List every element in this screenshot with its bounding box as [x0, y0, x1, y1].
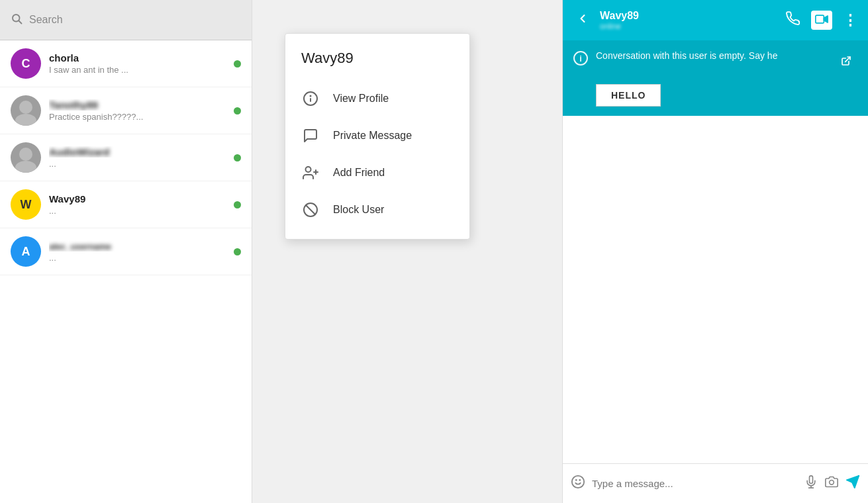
- contact-preview-wavy89: ...: [49, 206, 226, 216]
- external-link-icon[interactable]: [835, 50, 857, 72]
- online-indicator-audiowizard: [234, 154, 241, 161]
- svg-point-3: [15, 114, 36, 126]
- chat-user-info: Wavy89 online: [600, 10, 778, 31]
- phone-icon[interactable]: [786, 11, 800, 29]
- contact-item-alec[interactable]: A alec_username ...: [0, 228, 252, 275]
- microphone-icon[interactable]: [804, 475, 818, 493]
- chat-messages: [563, 116, 868, 463]
- contact-list: C chorla I saw an ant in the ... Tanothy…: [0, 40, 252, 503]
- contact-preview-audiowizard: ...: [49, 159, 226, 169]
- context-menu-view-profile[interactable]: View Profile: [285, 80, 469, 117]
- video-call-icon[interactable]: [811, 11, 832, 30]
- emoji-icon[interactable]: [571, 475, 585, 493]
- contact-info-tanothy89: Tanothy89 Practice spanish?????...: [49, 99, 226, 122]
- svg-point-22: [830, 480, 834, 484]
- svg-point-9: [306, 167, 311, 172]
- message-input[interactable]: [592, 478, 798, 489]
- add-friend-icon: [301, 163, 320, 182]
- contact-item-audiowizard[interactable]: AudioWizard ...: [0, 134, 252, 181]
- more-options-icon[interactable]: ⋮: [843, 12, 857, 29]
- svg-line-16: [845, 57, 850, 62]
- message-icon: [301, 126, 320, 145]
- avatar-alec: A: [11, 236, 41, 267]
- chat-panel: Wavy89 online ⋮ i: [562, 0, 868, 503]
- search-label: Search: [29, 14, 63, 26]
- contact-info-chorla: chorla I saw an ant in the ...: [49, 52, 226, 75]
- context-menu-add-friend[interactable]: Add Friend: [285, 154, 469, 191]
- search-icon: [11, 13, 23, 28]
- contact-info-wavy89: Wavy89 ...: [49, 193, 226, 216]
- avatar-wavy89: W: [11, 189, 41, 220]
- contact-item-wavy89[interactable]: W Wavy89 ...: [0, 181, 252, 228]
- contact-item-chorla[interactable]: C chorla I saw an ant in the ...: [0, 40, 252, 87]
- online-indicator-tanothy89: [234, 107, 241, 114]
- hello-button[interactable]: HELLO: [596, 84, 661, 107]
- context-menu: Wavy89 View Profile Private Message: [285, 33, 470, 240]
- context-menu-block-user[interactable]: Block User: [285, 191, 469, 228]
- online-indicator-wavy89: [234, 201, 241, 208]
- chat-header: Wavy89 online ⋮: [563, 0, 868, 40]
- contact-name-alec: alec_username: [49, 240, 226, 252]
- contact-preview-tanothy89: Practice spanish?????...: [49, 112, 226, 122]
- online-indicator-alec: [234, 248, 241, 255]
- contact-item-tanothy89[interactable]: Tanothy89 Practice spanish?????...: [0, 87, 252, 134]
- contact-name-chorla: chorla: [49, 52, 226, 64]
- svg-line-1: [19, 21, 22, 23]
- info-icon: [301, 89, 320, 108]
- search-bar[interactable]: Search: [0, 0, 252, 40]
- context-menu-title: Wavy89: [285, 44, 469, 80]
- contact-name-wavy89: Wavy89: [49, 193, 226, 205]
- chat-input-bar: [563, 463, 868, 503]
- camera-icon[interactable]: [824, 475, 839, 492]
- block-icon: [301, 201, 320, 219]
- chat-status: online: [600, 22, 778, 31]
- svg-point-2: [19, 101, 32, 114]
- avatar-tanothy89: [11, 95, 41, 126]
- online-indicator-chorla: [234, 60, 241, 68]
- svg-marker-15: [824, 16, 828, 23]
- svg-point-4: [19, 148, 32, 161]
- chat-username: Wavy89: [600, 10, 778, 22]
- notification-info-icon: i: [573, 51, 588, 66]
- svg-point-0: [13, 15, 20, 22]
- context-menu-overlay: Wavy89 View Profile Private Message: [285, 33, 470, 240]
- view-profile-label: View Profile: [333, 93, 389, 105]
- block-user-label: Block User: [333, 204, 384, 216]
- chat-notification-banner: i Conversation with this user is empty. …: [563, 40, 868, 116]
- send-icon[interactable]: [845, 475, 860, 493]
- add-friend-label: Add Friend: [333, 167, 385, 179]
- contact-preview-chorla: I saw an ant in the ...: [49, 65, 226, 75]
- svg-point-5: [15, 161, 36, 173]
- avatar-chorla: C: [11, 48, 41, 79]
- contact-preview-alec: ...: [49, 253, 226, 263]
- chat-header-actions: ⋮: [786, 11, 857, 30]
- contact-info-alec: alec_username ...: [49, 240, 226, 263]
- svg-marker-24: [847, 475, 859, 487]
- back-button[interactable]: [573, 9, 592, 31]
- svg-point-17: [572, 475, 584, 487]
- sidebar: Search C chorla I saw an ant in the ...: [0, 0, 252, 503]
- notification-text: Conversation with this user is empty. Sa…: [596, 50, 777, 61]
- context-menu-private-message[interactable]: Private Message: [285, 117, 469, 154]
- private-message-label: Private Message: [333, 130, 412, 142]
- svg-line-13: [306, 205, 315, 214]
- svg-rect-14: [816, 15, 824, 23]
- contact-info-audiowizard: AudioWizard ...: [49, 146, 226, 169]
- contact-name-tanothy89: Tanothy89: [49, 99, 226, 111]
- contact-name-audiowizard: AudioWizard: [49, 146, 226, 158]
- avatar-audiowizard: [11, 142, 41, 173]
